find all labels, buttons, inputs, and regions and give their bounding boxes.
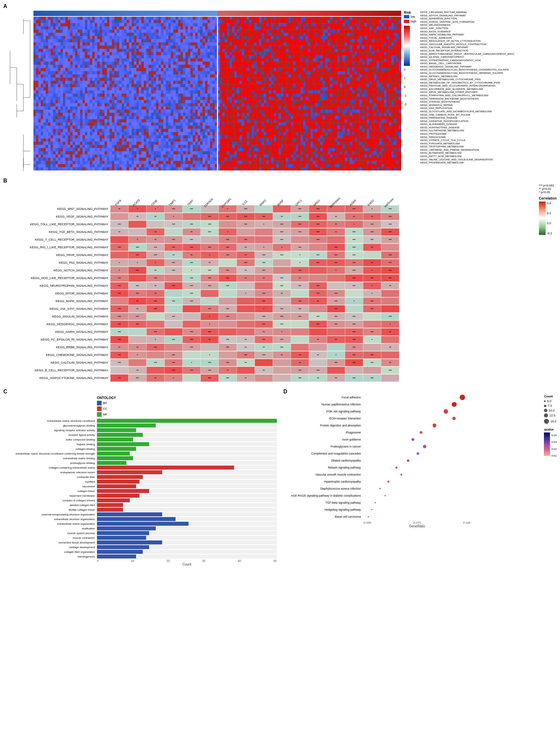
corr-cell: *** — [309, 290, 327, 297]
corr-cell — [146, 313, 164, 320]
dot-axis-tick: 0.100 — [463, 521, 471, 524]
corr-cell: * — [128, 351, 146, 359]
dot-row: Axon guidance — [283, 437, 541, 442]
corr-cell: *** — [237, 205, 255, 212]
corr-cell — [309, 328, 327, 336]
corr-cell: *** — [201, 374, 219, 382]
kegg-term-label: KEGG_PARKINSONS_DISEASE — [420, 117, 515, 119]
corr-cell — [237, 305, 255, 312]
corr-cell: *** — [110, 321, 128, 328]
corr-cell: ** — [146, 228, 164, 236]
risk-legend-title: Risk — [404, 11, 416, 14]
corr-row-label: KEGG_B_CELL_RECEPTOR_SIGNALING_PATHWAY — [3, 369, 110, 372]
corr-cell: *** — [291, 228, 309, 236]
corr-cell: *** — [255, 336, 273, 343]
corr-cell: *** — [146, 328, 164, 336]
kegg-labels-a: KEGG_CIRCADIAN_RHYTHM_MAMMALKEGG_NOTCH_S… — [420, 11, 515, 164]
corr-cell: *** — [255, 321, 273, 328]
qvalue-legend-title: qvalue — [544, 428, 557, 431]
dendrogram-left — [3, 11, 34, 171]
corr-cell: *** — [363, 374, 381, 382]
dot-point — [407, 460, 409, 462]
corr-col-header: PCAT6 — [128, 184, 146, 204]
corr-row: KEGG_GNRH_SIGNALING_PATHWAY*************… — [3, 328, 534, 336]
corr-cell: * — [381, 321, 399, 328]
bar-label: collagen fibril organization — [3, 550, 97, 553]
dot-row-label: Staphylococcus aureus infection — [283, 487, 364, 490]
dot-point — [401, 473, 402, 475]
corr-cell: ** — [237, 374, 255, 382]
dot-row: Human papillomavirus infection — [283, 402, 541, 407]
corr-cell: * — [201, 313, 219, 320]
bar-label: muscle contraction — [3, 536, 97, 540]
corr-cell: ** — [164, 251, 183, 259]
corr-cell: *** — [255, 351, 273, 359]
bar-label: extracellular matrix structural constitu… — [3, 420, 97, 423]
corr-cell — [128, 328, 146, 336]
bar-fill — [97, 512, 162, 516]
corr-cell: *** — [363, 298, 381, 305]
bar-fill — [97, 503, 123, 507]
corr-cell: *** — [273, 336, 291, 343]
bar-fill — [97, 484, 136, 488]
bar-label: connective tissue development — [3, 541, 97, 544]
corr-cell: *** — [327, 321, 345, 328]
corr-cell — [309, 244, 327, 251]
corr-cell: ** — [146, 374, 164, 382]
bar-row: external encapsulating structure organiz… — [3, 512, 277, 516]
corr-cell — [309, 305, 327, 312]
corr-cell — [183, 313, 201, 320]
corr-cell: *** — [381, 259, 399, 266]
corr-cell: *** — [345, 328, 363, 336]
corr-cell: *** — [201, 213, 219, 220]
dot-point — [460, 395, 465, 400]
bar-chart-c: ONTOLOGYBPCCMFextracellular matrix struc… — [3, 396, 277, 566]
bar-row: complex of collagen trimers — [3, 498, 277, 502]
kegg-term-label: KEGG_CIRCADIAN_RHYTHM_MAMMAL — [420, 11, 515, 14]
corr-cell: *** — [363, 305, 381, 312]
bar-fill — [97, 531, 149, 535]
bar-label: odontogenesis — [3, 555, 97, 558]
corr-col-header: ENO2 — [363, 184, 381, 204]
corr-cell: *** — [363, 221, 381, 228]
kegg-term-label: KEGG_GLYCOSAMINOGLYCAN_BIOSYNTHESIS_CHON… — [420, 68, 515, 71]
bar-fill — [97, 536, 146, 540]
corr-cell: *** — [291, 244, 309, 251]
risk-bar-low — [34, 11, 217, 16]
corr-cell: *** — [345, 336, 363, 343]
corr-cell — [255, 205, 273, 212]
dot-x-axis-label: GeneRatio — [364, 524, 471, 528]
bar-fill — [97, 526, 156, 530]
kegg-term-label: KEGG_PENTOSE_AND_GLUCURONATE_INTERCONVER… — [420, 85, 515, 87]
bar-fill — [97, 494, 139, 497]
corr-cell: *** — [327, 251, 345, 259]
corr-cell — [291, 236, 309, 243]
corr-cell — [309, 344, 327, 351]
corr-cell: * — [183, 359, 201, 366]
corr-cell — [219, 298, 237, 305]
kegg-term-label: KEGG_DNA_REPLICATION — [420, 107, 515, 109]
corr-cell: ** — [146, 236, 164, 243]
kegg-term-label: KEGG_HUNTINGTONS_DISEASE — [420, 126, 515, 129]
bar-row: endoplasmic reticulum lumen — [3, 470, 277, 474]
bar-label: collagen binding — [3, 448, 97, 450]
corr-val-neg02: -0.2 — [547, 231, 552, 235]
corr-cell: *** — [327, 244, 345, 251]
kegg-term-label: KEGG_HEDGEHOG_SIGNALING_PATHWAY — [420, 65, 515, 68]
corr-cell: * — [110, 267, 128, 274]
kegg-term-label: KEGG_ECM_RECEPTOR_INTERACTION — [420, 49, 515, 52]
corr-cell — [201, 290, 219, 297]
corr-cell — [128, 336, 146, 343]
corr-row: KEGG_CHEMOKINE_SIGNALING_PATHWAY********… — [3, 351, 534, 359]
dot-point — [444, 409, 448, 414]
corr-cell — [110, 367, 128, 374]
corr-row: KEGG_JAK_STAT_SIGNALING_PATHWAY*********… — [3, 305, 534, 312]
corr-cell: *** — [309, 213, 327, 220]
corr-row: KEGG_VEGF_SIGNALING_PATHWAY*************… — [3, 213, 534, 220]
corr-cell — [237, 298, 255, 305]
bar-fill — [97, 489, 149, 493]
corr-cell: *** — [237, 259, 255, 266]
corr-cell: ** — [219, 367, 237, 374]
corr-cell: *** — [363, 359, 381, 366]
corr-cell: *** — [327, 313, 345, 320]
